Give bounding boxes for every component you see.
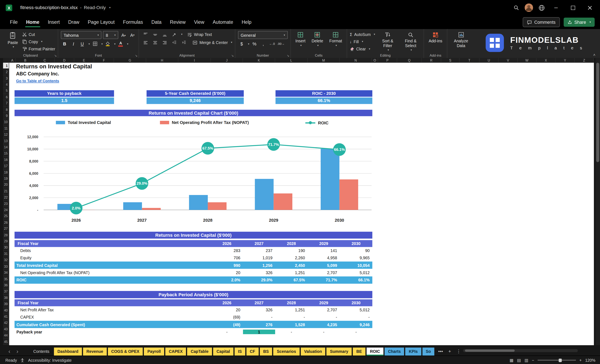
menu-tab-formulas[interactable]: Formulas [119,17,147,28]
fill-color-button[interactable] [104,40,112,47]
row-header-9[interactable]: 9 [3,113,9,119]
horizontal-scrollbar-thumb[interactable] [465,350,515,352]
sheet-tab-cf[interactable]: CF [246,347,259,355]
cell[interactable]: 9,965 [340,255,372,260]
column-header-R[interactable]: R [422,58,441,63]
row-header-42[interactable]: 42 [3,320,9,326]
cell[interactable]: 5,012 [340,270,372,275]
insert-cells-button[interactable]: Insert▾ [293,31,307,48]
cell[interactable]: 237 [243,248,275,253]
sheet-tab-charts[interactable]: Charts [384,347,404,355]
sheet-tab-bs[interactable]: BS [260,347,272,355]
cell[interactable]: 1,528 [275,322,308,327]
row-header-4[interactable]: 4 [3,82,9,88]
delete-cells-button[interactable]: Delete▾ [310,31,325,48]
cell[interactable]: 283 [211,248,243,253]
column-header-F[interactable]: F [94,58,114,63]
row-header-33[interactable]: 33 [3,264,9,270]
font-name-select[interactable]: Tahoma▾ [61,31,102,39]
align-right-button[interactable] [161,39,169,46]
table-row[interactable]: Cumulative Cash Generated (Spent)(49)276… [14,321,372,328]
column-header-H[interactable]: H [146,58,178,63]
cell[interactable]: 20 [211,307,243,312]
column-header-C[interactable]: C [35,58,55,63]
row-header-19[interactable]: 19 [3,176,9,182]
autosum-button[interactable]: ΣAutoSum▾ [350,31,375,37]
row-header-35[interactable]: 35 [3,276,9,282]
column-header-Z[interactable]: Z [575,58,594,63]
add-sheet-button[interactable]: + [446,349,454,355]
zoom-in-button[interactable]: + [579,358,581,362]
cell[interactable]: - [308,315,340,319]
cell[interactable]: 2.0% [211,278,243,282]
menu-tab-automate[interactable]: Automate [209,17,237,28]
column-header-I[interactable]: I [178,58,211,63]
accessibility-status[interactable]: Accessibility: Investigate [28,358,72,362]
cell[interactable]: 20 [211,270,243,275]
clear-button[interactable]: Clear▾ [350,46,375,52]
menu-tab-page-layout[interactable]: Page Layout [84,17,119,28]
column-header-K[interactable]: K [243,58,275,63]
cell[interactable]: 141 [308,248,340,253]
row-header-40[interactable]: 40 [3,307,9,314]
menu-tab-draw[interactable]: Draw [64,17,83,28]
sheet-tab-roic[interactable]: ROIC [366,347,384,355]
table-row[interactable]: Equity7061,0192,2604,9589,965 [14,254,372,262]
row-header-6[interactable]: 6 [3,94,9,100]
row-header-7[interactable]: 7 [3,100,9,107]
cell[interactable]: - [275,315,308,319]
table-row[interactable]: Net Operating Profit After Tax (NOPAT)20… [14,269,372,276]
borders-button[interactable] [91,40,99,47]
row-header-26[interactable]: 26 [3,220,9,226]
row-header-39[interactable]: 39 [3,301,9,307]
cell[interactable]: 706 [211,255,243,260]
column-header-T[interactable]: T [459,58,479,63]
increase-decimal-button[interactable]: ←.0 [268,40,276,47]
table-row[interactable]: Net Profit After Tax203261,2512,7075,012 [14,306,372,314]
addins-button[interactable]: Add-ins [427,31,444,44]
avatar[interactable] [525,3,533,12]
paste-button[interactable]: Paste ▾ [6,31,20,52]
font-size-select[interactable]: 8▾ [103,31,118,39]
column-header-P[interactable]: P [378,58,397,63]
sheet-tab-is[interactable]: IS [234,347,245,355]
sheet-tab-cogs-opex[interactable]: COGS & OPEX [108,347,143,355]
analyze-data-button[interactable]: Analyze Data [450,31,472,49]
format-painter-button[interactable]: Format Painter [22,46,55,52]
cell[interactable]: 90 [340,248,372,253]
column-header-Q[interactable]: Q [397,58,422,63]
decrease-indent-button[interactable] [170,39,178,46]
menu-tab-home[interactable]: Home [22,17,43,28]
zoom-out-button[interactable]: − [532,358,534,362]
row-header-28[interactable]: 28 [3,232,9,238]
menu-tab-file[interactable]: File [6,17,21,28]
cell[interactable]: 1,256 [243,263,275,268]
cell[interactable]: 1,019 [243,255,275,260]
row-header-44[interactable]: 44 [3,332,9,339]
row-header-2[interactable]: 2 [3,69,9,75]
close-button[interactable] [584,2,595,13]
row-header-17[interactable]: 17 [3,163,9,169]
column-header-A[interactable]: A [9,58,16,63]
collapse-ribbon-chevron[interactable]: ˄ [593,53,595,57]
row-header-21[interactable]: 21 [3,188,9,194]
cut-button[interactable]: Cut [22,31,55,37]
comments-button[interactable]: Comments [523,17,560,27]
menu-tab-view[interactable]: View [190,17,208,28]
clipboard-dialog-launcher[interactable]: ↘ [54,54,57,57]
vertical-scrollbar-thumb[interactable] [596,63,599,162]
row-header-31[interactable]: 31 [3,251,9,257]
underline-button[interactable]: U [79,40,86,47]
column-header-E[interactable]: E [74,58,94,63]
cell[interactable]: - [211,329,243,334]
row-header-8[interactable]: 8 [3,107,9,113]
sheet-tab-revenue[interactable]: Revenue [83,347,106,355]
menu-tab-review[interactable]: Review [166,17,189,28]
cell[interactable]: 276 [243,322,275,327]
sheet-tab-capex[interactable]: CAPEX [165,347,186,355]
table-row[interactable]: Debts28323719014190 [14,247,372,254]
font-dialog-launcher[interactable]: ↘ [135,54,138,57]
row-header-45[interactable]: 45 [3,339,9,345]
search-icon[interactable] [513,5,519,11]
number-format-select[interactable]: General▾ [238,31,288,39]
